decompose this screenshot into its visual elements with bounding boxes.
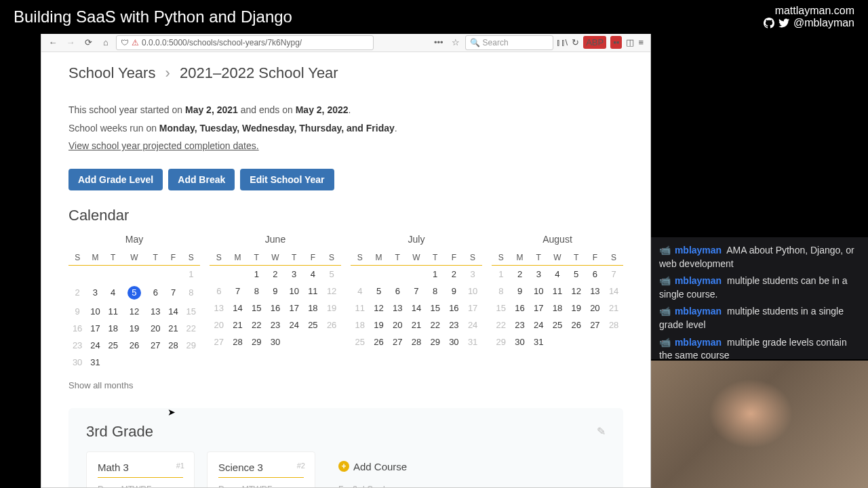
calendar-heading: Calendar — [68, 207, 623, 224]
add-course[interactable]: + Add CourseFor 3rd Grade — [328, 451, 436, 487]
history-icon[interactable]: ↻ — [572, 37, 579, 47]
breadcrumb-current: 2021–2022 School Year — [180, 64, 338, 81]
github-icon — [764, 18, 774, 28]
url-bar[interactable]: 🛡 ⚠ 0.0.0.0:5000/schools/school-years/7k… — [116, 35, 374, 50]
shield-icon: 🛡 — [121, 38, 129, 47]
search-icon: 🔍 — [470, 38, 480, 47]
abp-icon[interactable]: ABP — [583, 36, 606, 49]
chat-panel: 📹 mblayman AMA about Python, Django, or … — [651, 237, 868, 359]
year-info: This school year started on May 2, 2021 … — [68, 101, 623, 155]
url-text: 0.0.0.0:5000/schools/school-years/7k6Nyp… — [142, 38, 302, 47]
projected-dates-link[interactable]: View school year projected completion da… — [68, 140, 259, 151]
browser-window: ← → ⟳ ⌂ 🛡 ⚠ 0.0.0.0:5000/schools/school-… — [41, 33, 651, 488]
calendar-month: JuneSMTWTFS12345678910111213141516171819… — [210, 234, 341, 371]
twitter-icon — [778, 18, 789, 28]
browser-toolbar: ← → ⟳ ⌂ 🛡 ⚠ 0.0.0.0:5000/schools/school-… — [41, 33, 650, 52]
stream-branding: mattlayman.com @mblayman — [764, 5, 854, 29]
chat-message: 📹 mblayman multiple grade levels contain… — [659, 336, 860, 359]
chat-message: 📹 mblayman AMA about Python, Django, or … — [659, 244, 860, 270]
show-all-months-link[interactable]: Show all months — [68, 380, 623, 390]
insecure-icon: ⚠ — [132, 38, 139, 47]
twitter-handle: @mblayman — [793, 17, 854, 29]
site-url: mattlayman.com — [764, 5, 854, 17]
stream-title: Building SaaS with Python and Django — [14, 7, 292, 26]
webcam-feed — [651, 361, 868, 488]
search-placeholder: Search — [483, 38, 509, 47]
courses-row: #1Math 3Runs: MTWRF✎#2Science 3Runs: MTW… — [86, 451, 606, 487]
menu-icon[interactable]: ≡ — [638, 37, 644, 47]
edit-school-year-button[interactable]: Edit School Year — [240, 169, 334, 190]
forward-button[interactable]: → — [63, 35, 78, 50]
add-break-button[interactable]: Add Break — [168, 169, 235, 190]
course-card[interactable]: #1Math 3Runs: MTWRF✎ — [86, 451, 195, 487]
breadcrumb: School Years › 2021–2022 School Year — [68, 64, 623, 82]
breadcrumb-sep: › — [165, 64, 170, 81]
back-button[interactable]: ← — [45, 35, 60, 50]
page-content: School Years › 2021–2022 School Year Thi… — [41, 52, 650, 487]
home-button[interactable]: ⌂ — [98, 35, 113, 50]
course-card[interactable]: #2Science 3Runs: MTWRF✎ — [207, 451, 315, 487]
calendar-month: MaySMTWTFS123456789101112131415161718192… — [68, 234, 200, 371]
page-actions[interactable]: ••• — [431, 37, 446, 47]
sidebar-icon[interactable]: ◫ — [626, 37, 634, 47]
bookmark-star[interactable]: ☆ — [449, 37, 462, 47]
ext-icon[interactable]: ▪▪ — [610, 36, 622, 49]
calendar-grid: MaySMTWTFS123456789101112131415161718192… — [68, 234, 623, 371]
search-bar[interactable]: 🔍 Search — [465, 35, 553, 50]
edit-grade-icon[interactable]: ✎ — [597, 425, 606, 438]
calendar-month: JulySMTWTFS12345678910111213141516171819… — [351, 234, 482, 371]
chat-message: 📹 mblayman multiple students in a single… — [659, 305, 860, 331]
library-icon[interactable]: ⫿⫿\ — [556, 37, 568, 47]
calendar-month: AugustSMTWTFS123456789101112131415161718… — [492, 234, 623, 371]
grade-name: 3rd Grade — [86, 423, 153, 441]
grade-card: 3rd Grade ✎ #1Math 3Runs: MTWRF✎#2Scienc… — [68, 408, 623, 487]
chat-message: 📹 mblayman multiple students can be in a… — [659, 274, 860, 301]
add-grade-level-button[interactable]: Add Grade Level — [68, 169, 163, 190]
reload-button[interactable]: ⟳ — [81, 35, 96, 50]
breadcrumb-root[interactable]: School Years — [68, 64, 155, 81]
